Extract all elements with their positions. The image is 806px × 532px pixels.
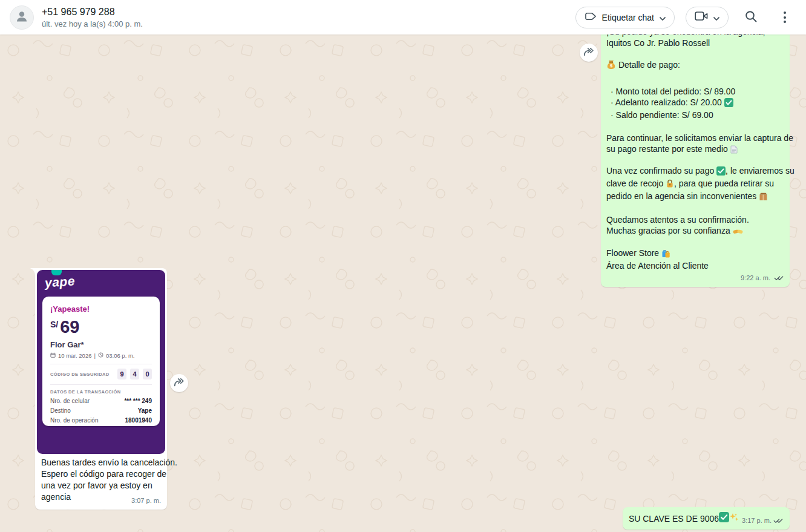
forward-message-button[interactable] <box>170 374 188 392</box>
check-icon <box>716 166 726 178</box>
message-line-text: , le enviaremos su <box>726 166 795 176</box>
message-yape-receipt: yape ¡Yapeaste! S/ 69 Flor Gar* <box>35 268 167 510</box>
lock-icon <box>666 179 674 191</box>
message-payment-info: ¡Su pedido ya se encuentra en la agencia… <box>601 34 790 287</box>
contact-name: +51 965 979 288 <box>42 6 143 18</box>
forward-message-button[interactable] <box>580 44 598 62</box>
security-code-row: CÓDIGO DE SEGURIDAD 9 4 0 <box>50 369 152 379</box>
shopping-bags-icon <box>661 249 670 260</box>
payment-heading-text: Detalle de pago: <box>618 60 680 70</box>
message-pickup-key: SU CLAVE ES DE 9006 3:17 p. m. <box>623 507 790 530</box>
message-time: 9:22 a. m. <box>741 274 770 281</box>
security-digit: 9 <box>117 369 126 379</box>
currency-symbol: S/ <box>50 320 58 329</box>
caption-line: Espero el código para recoger de <box>41 468 161 480</box>
forward-icon <box>173 378 185 389</box>
transaction-data-label: DATOS DE LA TRANSACCIÓN <box>50 389 152 395</box>
message-line: su pago restante por este medio <box>606 143 784 156</box>
recipient-name: Flor Gar* <box>50 340 152 349</box>
security-code-label: CÓDIGO DE SEGURIDAD <box>50 372 110 377</box>
bubble-tail <box>30 268 35 276</box>
bullet-total: · Monto total del pedido: S/ 89.00 <box>606 86 784 97</box>
message-line: pedido en la agencia sin inconvenientes <box>606 191 784 203</box>
contact-avatar[interactable] <box>10 5 34 30</box>
message-line-text: clave de recojo <box>606 179 663 188</box>
message-line: Para continuar, le solicitamos enviar la… <box>606 133 784 143</box>
message-time: 3:17 p. m. <box>742 517 772 524</box>
separator: | <box>94 352 95 359</box>
label-chat-button[interactable]: Etiquetar chat <box>575 7 675 28</box>
bullet-advance-text: · Adelanto realizado: S/ 20.00 <box>611 97 722 107</box>
yape-logo: yape <box>44 274 75 290</box>
clock-icon <box>98 352 103 359</box>
message-line-text: Muchas gracias por su confianza <box>606 226 730 235</box>
message-line: Quedamos atentos a su confirmación. <box>606 214 784 225</box>
message-line: clave de recojo , para que pueda retirar… <box>606 178 784 191</box>
check-icon <box>719 512 729 525</box>
store-name: Floower Store <box>606 248 659 258</box>
security-digit: 4 <box>130 369 139 379</box>
transaction-time: 03:06 p. m. <box>106 352 135 359</box>
transaction-datetime: 10 mar. 2026 | 03:06 p. m. <box>50 352 152 359</box>
message-line-text: Una vez confirmado su pago <box>606 166 714 176</box>
forward-icon <box>583 47 595 59</box>
row-value: *** *** 249 <box>124 398 152 404</box>
last-seen-status: últ. vez hoy a la(s) 4:00 p. m. <box>42 19 143 29</box>
signature-line: Floower Store <box>606 248 784 260</box>
double-check-icon <box>773 515 784 526</box>
row-label: Destino <box>50 407 71 414</box>
row-value: Yape <box>138 407 152 414</box>
kebab-menu-icon <box>784 11 786 23</box>
message-line: Iquitos Co Jr. Pablo Rossell <box>606 38 784 48</box>
page-icon <box>730 145 738 156</box>
svg-text:$: $ <box>609 63 612 68</box>
payment-heading: $ Detalle de pago: <box>606 59 784 72</box>
message-line-text: pedido en la agencia sin inconvenientes <box>606 191 756 201</box>
transaction-row: Destino Yape <box>50 407 152 414</box>
yape-receipt-image[interactable]: yape ¡Yapeaste! S/ 69 Flor Gar* <box>37 270 165 454</box>
transaction-row: Nro. de operación 18001940 <box>50 417 152 424</box>
search-button[interactable] <box>739 6 762 29</box>
bullet-advance: · Adelanto realizado: S/ 20.00 <box>606 97 784 110</box>
conversation-panel: ¡Su pedido ya se encuentra en la agencia… <box>0 34 806 532</box>
check-icon <box>724 98 733 110</box>
caption-line: una vez por favor ya estoy en <box>41 480 161 491</box>
moneybag-icon: $ <box>606 60 616 72</box>
divider <box>50 364 152 364</box>
yape-amount: S/ 69 <box>50 318 152 336</box>
message-line-text: , para que pueda retirar su <box>674 179 774 188</box>
calendar-icon <box>50 352 56 359</box>
chevron-down-icon <box>660 12 666 23</box>
security-code-digits: 9 4 0 <box>117 369 152 379</box>
message-text: SU CLAVE ES DE 9006 <box>629 514 719 524</box>
row-label: Nro. de celular <box>50 398 90 404</box>
video-call-button[interactable] <box>686 7 729 28</box>
tag-icon <box>585 11 597 24</box>
amount-value: 69 <box>60 318 79 336</box>
message-line-text: su pago restante por este medio <box>606 144 728 154</box>
transaction-date: 10 mar. 2026 <box>58 352 91 359</box>
row-label: Nro. de operación <box>50 417 99 424</box>
divider <box>50 384 152 385</box>
search-icon <box>744 10 758 25</box>
package-icon <box>759 192 768 203</box>
header-actions: Etiquetar chat <box>575 6 796 29</box>
label-chat-text: Etiquetar chat <box>602 13 654 22</box>
yape-receipt-card: ¡Yapeaste! S/ 69 Flor Gar* 10 mar. 2026 <box>42 297 160 426</box>
video-call-icon <box>695 11 708 24</box>
caption-line: Buenas tardes envío la cancelación. <box>41 457 161 468</box>
chevron-down-icon <box>713 12 719 23</box>
yape-receipt-title: ¡Yapeaste! <box>50 304 152 314</box>
message-line: Muchas gracias por su confianza <box>606 225 784 238</box>
contact-info[interactable]: +51 965 979 288 últ. vez hoy a la(s) 4:0… <box>42 6 143 29</box>
chat-header: +51 965 979 288 últ. vez hoy a la(s) 4:0… <box>0 0 806 34</box>
row-value: 18001940 <box>125 417 152 424</box>
message-meta: 9:22 a. m. <box>606 273 784 282</box>
double-check-icon <box>774 273 784 283</box>
menu-button[interactable] <box>773 6 796 29</box>
handshake-icon <box>733 227 743 238</box>
message-line: Una vez confirmado su pago , le enviarem… <box>606 165 784 178</box>
message-time: 3:07 p. m. <box>131 497 161 504</box>
security-digit: 0 <box>143 369 152 379</box>
bullet-balance: · Saldo pendiente: S/ 69.00 <box>606 110 784 120</box>
